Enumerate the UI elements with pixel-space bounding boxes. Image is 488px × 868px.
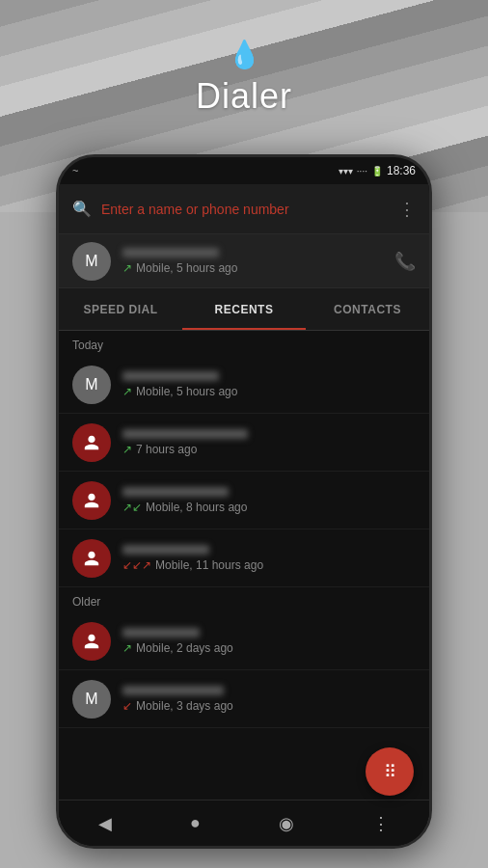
- drop-icon: 💧: [228, 39, 261, 70]
- contact-detail: ↙↙↗ Mobile, 11 hours ago: [122, 558, 416, 572]
- avatar: [72, 423, 111, 462]
- avatar: [72, 481, 111, 520]
- tab-speed-dial[interactable]: SPEED DIAL: [59, 288, 182, 330]
- contact-name-blur: [122, 429, 248, 439]
- contact-name-blur: [122, 686, 224, 695]
- contact-info: ↗↙ Mobile, 8 hours ago: [122, 487, 416, 514]
- list-item[interactable]: ↗ Mobile, 2 days ago: [59, 612, 429, 670]
- status-time: 18:36: [387, 164, 416, 177]
- avatar: M: [72, 680, 111, 719]
- app-title: Dialer: [196, 76, 292, 117]
- phone-frame: ~ ▾▾▾ ···· 🔋 18:36 🔍 Enter a name or pho…: [56, 154, 432, 849]
- section-label-older: Older: [59, 587, 429, 612]
- phone-screen: 🔍 Enter a name or phone number ⋮ M ↗ Mob…: [59, 184, 429, 846]
- contact-info: ↗ Mobile, 2 days ago: [122, 628, 416, 655]
- wifi-icon: ▾▾▾: [339, 166, 353, 176]
- dialpad-icon: ⠿: [384, 761, 396, 782]
- call-direction-icon: ↙↙↗: [122, 558, 151, 572]
- status-bar: ~ ▾▾▾ ···· 🔋 18:36: [59, 157, 429, 184]
- more-button[interactable]: ⋮: [372, 813, 390, 834]
- status-right: ▾▾▾ ···· 🔋 18:36: [339, 164, 416, 177]
- app-header: 💧 Dialer: [0, 39, 488, 117]
- signal-icon: ····: [357, 166, 367, 176]
- tabs-bar: SPEED DIAL RECENTS CONTACTS: [59, 288, 429, 331]
- search-placeholder[interactable]: Enter a name or phone number: [101, 202, 389, 217]
- contact-info: ↙ Mobile, 3 days ago: [122, 686, 416, 713]
- avatar: [72, 539, 111, 578]
- recent-avatar: M: [72, 242, 111, 281]
- bottom-navigation: ◀ ● ◉ ⋮: [59, 800, 429, 846]
- call-button[interactable]: 📞: [394, 251, 416, 272]
- search-bar[interactable]: 🔍 Enter a name or phone number ⋮: [59, 184, 429, 234]
- call-direction-icon: ↗: [122, 641, 132, 655]
- notch-indicator: ~: [72, 165, 78, 176]
- list-item[interactable]: ↗ 7 hours ago: [59, 414, 429, 472]
- recent-contact-name-blur: [122, 248, 219, 258]
- contact-info: ↗ Mobile, 5 hours ago: [122, 371, 416, 398]
- avatar: M: [72, 366, 111, 404]
- list-item[interactable]: M ↗ Mobile, 5 hours ago: [59, 356, 429, 414]
- recent-contact-info: ↗ Mobile, 5 hours ago: [122, 248, 383, 275]
- contact-detail: ↗↙ Mobile, 8 hours ago: [122, 501, 416, 514]
- list-item[interactable]: ↗↙ Mobile, 8 hours ago: [59, 472, 429, 529]
- home-button[interactable]: ●: [190, 813, 201, 833]
- contact-info: ↗ 7 hours ago: [122, 429, 416, 456]
- search-icon: 🔍: [72, 200, 92, 218]
- list-item[interactable]: ↙↙↗ Mobile, 11 hours ago: [59, 529, 429, 587]
- outgoing-call-icon: ↗: [122, 261, 132, 275]
- section-label-today: Today: [59, 331, 429, 356]
- contact-name-blur: [122, 487, 229, 497]
- call-direction-icon: ↗: [122, 443, 132, 456]
- recent-contact-detail: ↗ Mobile, 5 hours ago: [122, 261, 383, 275]
- contact-name-blur: [122, 545, 209, 555]
- call-direction-icon: ↗↙: [122, 501, 142, 514]
- tab-contacts[interactable]: CONTACTS: [306, 288, 429, 330]
- call-direction-icon: ↗: [122, 385, 132, 398]
- search-more-icon[interactable]: ⋮: [398, 199, 416, 220]
- avatar: [72, 622, 111, 661]
- contact-detail: ↗ Mobile, 5 hours ago: [122, 385, 416, 398]
- fab-dialpad-button[interactable]: ⠿: [366, 747, 414, 796]
- contact-name-blur: [122, 371, 219, 381]
- contact-info: ↙↙↗ Mobile, 11 hours ago: [122, 545, 416, 572]
- recents-button[interactable]: ◉: [279, 813, 294, 834]
- contact-detail: ↗ Mobile, 2 days ago: [122, 641, 416, 655]
- battery-icon: 🔋: [371, 166, 383, 176]
- contact-detail: ↗ 7 hours ago: [122, 443, 416, 456]
- contact-detail: ↙ Mobile, 3 days ago: [122, 699, 416, 713]
- list-item[interactable]: M ↙ Mobile, 3 days ago: [59, 670, 429, 728]
- call-direction-icon: ↙: [122, 699, 132, 713]
- back-button[interactable]: ◀: [98, 813, 112, 834]
- recent-highlight-item[interactable]: M ↗ Mobile, 5 hours ago 📞: [59, 234, 429, 288]
- contact-name-blur: [122, 628, 200, 637]
- tab-recents[interactable]: RECENTS: [182, 288, 306, 330]
